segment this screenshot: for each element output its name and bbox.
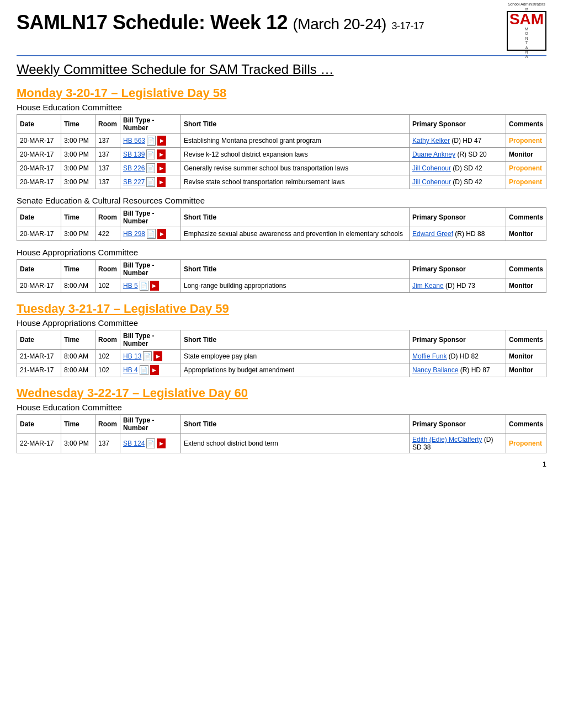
day-header: Tuesday 3-21-17 – Legislative Day 59 [17,302,546,316]
committee-name: House Education Committee [17,103,546,112]
col-header: Date [17,330,61,350]
col-header: Primary Sponsor [409,115,506,134]
page-number: 1 [17,460,546,468]
cell-room: 137 [95,434,120,453]
weekly-title: Weekly Committee Schedule for SAM Tracke… [17,62,546,77]
col-header: Time [61,330,95,350]
bill-link[interactable]: HB 4 [123,366,138,374]
col-header: Bill Type - Number [120,115,181,134]
bill-pdf-icon: ▶ [157,229,166,239]
cell-room: 102 [95,350,120,363]
page-header: SAMLN17 Schedule: Week 12 (March 20-24) … [17,11,546,56]
cell-sponsor: Jill Cohenour (D) SD 42 [409,162,506,175]
cell-bill: HB 5📄▶ [120,279,181,293]
cell-date: 20-MAR-17 [17,227,61,241]
bill-doc-icon: 📄 [143,351,152,361]
col-header: Time [61,415,95,434]
bill-link[interactable]: HB 298 [123,230,145,238]
col-header: Date [17,115,61,134]
bill-link[interactable]: HB 13 [123,352,141,360]
col-header: Short Title [181,208,410,227]
cell-bill: SB 139📄▶ [120,148,181,162]
cell-bill: HB 4📄▶ [120,363,181,377]
cell-short-title: Generally revise summer school bus trans… [181,162,410,175]
cell-comment: Monitor [506,279,546,293]
table-row: 20-MAR-173:00 PM422HB 298📄▶Emphasize sex… [17,227,546,241]
sponsor-link[interactable]: Edith (Edie) McClafferty [412,436,482,443]
sponsor-link[interactable]: Moffie Funk [412,352,447,360]
cell-bill: HB 13📄▶ [120,350,181,363]
bill-link[interactable]: SB 226 [123,164,145,172]
cell-sponsor: Nancy Ballance (R) HD 87 [409,363,506,377]
bill-doc-icon: 📄 [147,136,156,146]
sponsor-link[interactable]: Nancy Ballance [412,366,458,374]
logo-sam: SAM [509,12,544,27]
col-header: Date [17,415,61,434]
cell-comment: Monitor [506,227,546,241]
table-row: 20-MAR-173:00 PM137SB 139📄▶Revise k-12 s… [17,148,546,162]
bill-doc-icon: 📄 [146,149,155,159]
cell-sponsor: Jill Cohenour (D) SD 42 [409,175,506,189]
col-header: Room [95,415,120,434]
title-text: SAMLN17 Schedule: Week 12 [17,11,288,34]
cell-date: 22-MAR-17 [17,434,61,453]
cell-sponsor: Moffie Funk (D) HD 82 [409,350,506,363]
bill-link[interactable]: SB 227 [123,178,145,186]
cell-short-title: Extend school district bond term [181,434,410,453]
cell-comment: Proponent [506,175,546,189]
cell-comment: Proponent [506,162,546,175]
cell-short-title: State employee pay plan [181,350,410,363]
sponsor-link[interactable]: Jill Cohenour [412,164,451,172]
sponsor-link[interactable]: Kathy Kelker [412,137,450,144]
committee-table: DateTimeRoomBill Type - NumberShort Titl… [17,207,546,241]
cell-time: 8:00 AM [61,350,95,363]
bill-link[interactable]: HB 563 [123,137,145,144]
day-header: Monday 3-20-17 – Legislative Day 58 [17,86,546,100]
cell-date: 20-MAR-17 [17,279,61,293]
sponsor-link[interactable]: Jim Keane [412,282,444,290]
cell-room: 422 [95,227,120,241]
cell-time: 3:00 PM [61,148,95,162]
bill-link[interactable]: HB 5 [123,282,138,290]
table-row: 20-MAR-173:00 PM137SB 226📄▶Generally rev… [17,162,546,175]
sam-logo: School Administrators of SAM MONTANA [507,11,546,51]
cell-date: 20-MAR-17 [17,134,61,148]
table-row: 21-MAR-178:00 AM102HB 13📄▶State employee… [17,350,546,363]
cell-sponsor: Edith (Edie) McClafferty (D) SD 38 [409,434,506,453]
col-header: Comments [506,208,546,227]
day-header: Wednesday 3-22-17 – Legislative Day 60 [17,386,546,400]
bill-doc-icon: 📄 [147,229,156,239]
cell-time: 3:00 PM [61,162,95,175]
bill-pdf-icon: ▶ [157,136,166,146]
col-header: Primary Sponsor [409,208,506,227]
cell-room: 137 [95,175,120,189]
logo-bottom-text: MONTANA [525,27,528,60]
cell-room: 102 [95,279,120,293]
col-header: Short Title [181,330,410,350]
cell-comment: Monitor [506,350,546,363]
col-header: Comments [506,115,546,134]
bill-pdf-icon: ▶ [157,163,166,173]
sponsor-link[interactable]: Edward Greef [412,230,453,238]
cell-sponsor: Edward Greef (R) HD 88 [409,227,506,241]
bill-pdf-icon: ▶ [157,438,166,448]
col-header: Short Title [181,115,410,134]
cell-comment: Monitor [506,363,546,377]
bill-link[interactable]: SB 124 [123,440,145,447]
cell-date: 20-MAR-17 [17,148,61,162]
col-header: Short Title [181,260,410,279]
col-header: Primary Sponsor [409,330,506,350]
bill-pdf-icon: ▶ [157,149,166,159]
cell-date: 21-MAR-17 [17,363,61,377]
bill-link[interactable]: SB 139 [123,151,145,158]
bill-pdf-icon: ▶ [153,351,162,361]
sponsor-link[interactable]: Jill Cohenour [412,178,451,186]
col-header: Date [17,208,61,227]
col-header: Room [95,330,120,350]
col-header: Time [61,260,95,279]
committee-table: DateTimeRoomBill Type - NumberShort Titl… [17,114,546,189]
table-row: 20-MAR-178:00 AM102HB 5📄▶Long-range buil… [17,279,546,293]
sponsor-link[interactable]: Duane Ankney [412,151,455,158]
col-header: Bill Type - Number [120,208,181,227]
cell-room: 137 [95,134,120,148]
